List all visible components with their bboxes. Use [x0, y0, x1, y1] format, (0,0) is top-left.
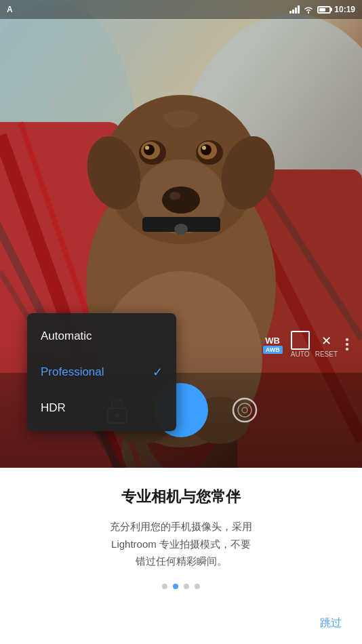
screen: A 10:19 WB AWB	[0, 0, 362, 644]
x-icon: ✕	[317, 331, 336, 350]
skip-button[interactable]: 跳过	[320, 616, 342, 630]
lens-icon	[231, 397, 258, 424]
auto-label: AUTO	[291, 350, 310, 358]
battery-icon	[317, 6, 331, 14]
status-bar: A 10:19	[0, 0, 362, 19]
svg-point-29	[174, 224, 188, 235]
wb-control[interactable]: WB AWB	[263, 336, 283, 354]
svg-point-25	[202, 146, 206, 150]
svg-point-16	[162, 186, 200, 214]
status-a-icon: A	[7, 5, 13, 14]
wb-label: WB	[265, 336, 280, 346]
menu-item-hdr[interactable]: HDR	[27, 390, 176, 426]
auto-focus-btn[interactable]: AUTO	[291, 331, 310, 358]
svg-point-22	[144, 144, 155, 155]
bottom-description: 充分利用您的手机摄像头，采用Lightroom 专业拍摄模式，不要错过任何精彩瞬…	[110, 518, 252, 570]
menu-item-professional[interactable]: Professional ✓	[27, 354, 176, 390]
time-display: 10:19	[334, 5, 355, 14]
signal-icon	[289, 5, 300, 14]
menu-item-automatic-label: Automatic	[41, 329, 92, 343]
wifi-icon	[303, 5, 314, 14]
page-dots	[162, 584, 200, 589]
reset-label: RESET	[315, 350, 338, 358]
page-dot-3[interactable]	[195, 584, 200, 589]
bottom-title: 专业相机与您常伴	[121, 487, 241, 507]
mode-dropdown: Automatic Professional ✓ HDR	[27, 313, 176, 431]
check-icon: ✓	[153, 365, 163, 380]
svg-point-35	[233, 399, 256, 422]
svg-point-23	[201, 144, 212, 155]
more-options-btn[interactable]	[346, 335, 348, 354]
menu-item-professional-label: Professional	[41, 365, 104, 379]
menu-item-hdr-label: HDR	[41, 401, 66, 415]
svg-point-37	[242, 407, 247, 413]
awb-badge: AWB	[263, 346, 283, 354]
svg-point-17	[169, 192, 180, 200]
reset-btn[interactable]: ✕ RESET	[315, 331, 338, 358]
focus-square-icon	[291, 331, 310, 350]
menu-item-automatic[interactable]: Automatic	[27, 319, 176, 354]
svg-point-36	[238, 403, 252, 417]
lens-btn[interactable]	[228, 394, 261, 426]
page-dot-2[interactable]	[184, 584, 189, 589]
bottom-section: 专业相机与您常伴 充分利用您的手机摄像头，采用Lightroom 专业拍摄模式，…	[0, 468, 362, 644]
page-dot-0[interactable]	[162, 584, 167, 589]
svg-point-24	[145, 146, 149, 150]
status-right: 10:19	[289, 5, 355, 14]
page-dot-1[interactable]	[173, 584, 178, 589]
